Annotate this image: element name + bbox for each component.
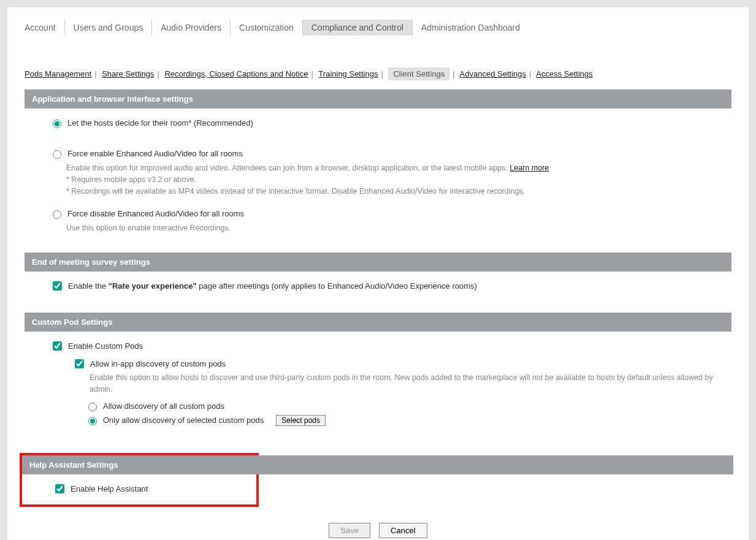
radio-allow-all[interactable] <box>88 403 97 411</box>
label-allow-selected[interactable]: Only allow discovery of selected custom … <box>103 416 264 425</box>
label-help-assistant[interactable]: Enable Help Assistant <box>71 484 148 493</box>
checkbox-enable-custom-pods[interactable] <box>53 341 62 351</box>
highlight-help-assistant: Help Assistant Settings Enable Help Assi… <box>20 453 259 507</box>
label-hosts-decide[interactable]: Let the hosts decide for their room* (Re… <box>67 118 253 127</box>
desc-force-disable: Use this option to enable interactive Re… <box>66 222 719 234</box>
subnav-pods[interactable]: Pods Management <box>25 69 91 78</box>
select-pods-button[interactable]: Select pods <box>276 415 326 426</box>
radio-force-disable[interactable] <box>53 210 61 219</box>
subnav-access[interactable]: Access Settings <box>536 69 593 78</box>
subnav-training[interactable]: Training Settings <box>318 69 378 78</box>
learn-more-link[interactable]: Learn more <box>510 164 549 172</box>
label-allow-discovery[interactable]: Allow in-app discovery of custom pods <box>90 359 226 368</box>
sub-nav: Pods Management| Share Settings| Recordi… <box>25 69 731 78</box>
save-button[interactable]: Save <box>329 523 370 538</box>
subnav-advanced[interactable]: Advanced Settings <box>460 69 526 78</box>
nav-users-groups[interactable]: Users and Groups <box>65 20 153 36</box>
subnav-recordings[interactable]: Recordings, Closed Captions and Notice <box>164 69 308 78</box>
nav-account[interactable]: Account <box>25 20 65 36</box>
section-header-survey: End of meeting survey settings <box>25 253 731 272</box>
label-enable-custom-pods[interactable]: Enable Custom Pods <box>68 341 143 351</box>
nav-customization[interactable]: Customization <box>231 20 303 36</box>
section-header-help: Help Assistant Settings <box>22 455 733 474</box>
label-allow-all[interactable]: Allow discovery of all custom pods <box>103 401 224 411</box>
label-force-enable[interactable]: Force enable Enhanced Audio/Video for al… <box>67 149 243 158</box>
radio-hosts-decide[interactable] <box>53 120 61 128</box>
nav-compliance[interactable]: Compliance and Control <box>303 20 413 36</box>
cancel-button[interactable]: Cancel <box>379 523 427 538</box>
subnav-share[interactable]: Share Settings <box>102 69 154 78</box>
label-survey[interactable]: Enable the "Rate your experience" page a… <box>68 281 477 291</box>
nav-audio-providers[interactable]: Audio Providers <box>152 20 231 36</box>
checkbox-survey[interactable] <box>53 281 62 291</box>
checkbox-allow-discovery[interactable] <box>75 359 84 368</box>
radio-force-enable[interactable] <box>53 150 61 159</box>
section-header-app: Application and browser interface settin… <box>25 89 731 108</box>
desc-allow-discovery: Enable this option to allow hosts to dis… <box>90 372 719 395</box>
checkbox-help-assistant[interactable] <box>55 484 64 493</box>
desc-force-enable: Enable this option for improved audio an… <box>66 162 719 197</box>
nav-admin-dashboard[interactable]: Administration Dashboard <box>413 20 529 36</box>
subnav-client[interactable]: Client Settings <box>388 67 449 80</box>
section-header-custompod: Custom Pod Settings <box>25 313 731 332</box>
radio-allow-selected[interactable] <box>88 417 97 425</box>
label-force-disable[interactable]: Force disable Enhanced Audio/Video for a… <box>67 209 244 218</box>
top-nav: Account Users and Groups Audio Providers… <box>25 20 731 36</box>
